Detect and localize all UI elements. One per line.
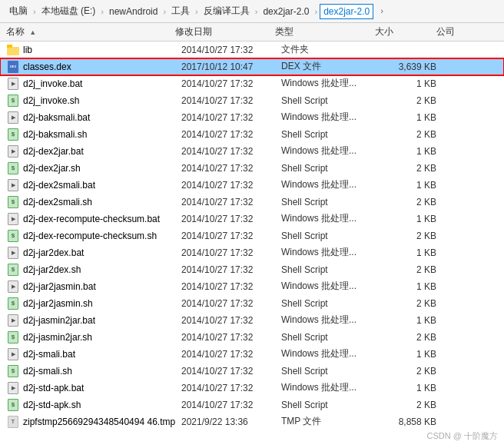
- file-name: d2j-dex2smali.bat: [23, 180, 181, 191]
- file-date: 2014/10/27 17:32: [181, 78, 281, 89]
- file-size: 1 KB: [381, 146, 443, 157]
- file-type: Windows 批处理...: [281, 314, 381, 327]
- file-size: 3,639 KB: [381, 61, 443, 72]
- bat-file-icon: [8, 145, 18, 158]
- table-row[interactable]: lib2014/10/27 17:32文件夹: [0, 41, 504, 58]
- table-row[interactable]: d2j-dex-recompute-checksum.bat2014/10/27…: [0, 211, 504, 227]
- table-row[interactable]: d2j-jar2jasmin.bat2014/10/27 17:32Window…: [0, 278, 504, 295]
- sep-4: ›: [254, 7, 259, 16]
- file-type: DEX 文件: [281, 60, 381, 73]
- col-header-size[interactable]: 大小: [375, 25, 436, 38]
- table-row[interactable]: d2j-dex2jar.bat2014/10/27 17:32Windows 批…: [0, 143, 504, 160]
- col-header-date[interactable]: 修改日期: [175, 25, 275, 38]
- file-name: d2j-jar2dex.sh: [23, 264, 181, 275]
- breadcrumb-dropdown-arrow[interactable]: ›: [376, 6, 387, 17]
- table-row[interactable]: d2j-jar2dex.sh2014/10/27 17:32Shell Scri…: [0, 261, 504, 278]
- bat-file-icon: [8, 280, 18, 293]
- file-date: 2014/10/27 17:32: [181, 366, 281, 377]
- file-type: Windows 批处理...: [281, 212, 381, 225]
- breadcrumb-newandroid[interactable]: newAndroid: [106, 5, 161, 18]
- file-size: 2 KB: [381, 366, 443, 377]
- file-name: d2j-std-apk.bat: [23, 383, 181, 393]
- sh-file-icon: [8, 297, 18, 310]
- breadcrumb-decompile[interactable]: 反编译工具: [201, 3, 253, 19]
- col-header-company[interactable]: 公司: [436, 25, 482, 38]
- sh-file-icon: [8, 128, 18, 141]
- file-type: 文件夹: [281, 43, 381, 56]
- col-header-name[interactable]: 名称 ▲: [6, 25, 175, 38]
- file-date: 2014/10/27 17:32: [181, 349, 281, 360]
- file-date: 2021/9/22 13:36: [181, 416, 281, 427]
- file-size: 2 KB: [381, 332, 443, 343]
- file-date: 2014/10/27 17:32: [181, 247, 281, 258]
- file-type: Shell Script: [281, 366, 381, 377]
- table-row[interactable]: classes.dex2017/10/12 10:47DEX 文件3,639 K…: [0, 58, 504, 75]
- file-name: d2j_invoke.sh: [23, 95, 181, 106]
- table-row[interactable]: d2j-jasmin2jar.sh2014/10/27 17:32Shell S…: [0, 329, 504, 346]
- sep-0: ›: [32, 7, 37, 16]
- bat-file-icon: [8, 348, 18, 360]
- file-name: d2j-dex2jar.sh: [23, 163, 181, 174]
- bat-file-icon: [8, 111, 18, 124]
- table-row[interactable]: d2j-smali.sh2014/10/27 17:32Shell Script…: [0, 363, 504, 380]
- file-name: d2j-dex-recompute-checksum.sh: [23, 231, 181, 241]
- sh-file-icon: [8, 95, 18, 107]
- table-row[interactable]: d2j_invoke.bat2014/10/27 17:32Windows 批处…: [0, 75, 504, 92]
- address-bar: 电脑 › 本地磁盘 (E:) › newAndroid › 工具 › 反编译工具…: [0, 0, 504, 23]
- sh-file-icon: [8, 264, 18, 276]
- file-size: 2 KB: [381, 264, 443, 275]
- file-name: d2j-jar2jasmin.sh: [23, 298, 181, 309]
- file-date: 2014/10/27 17:32: [181, 298, 281, 309]
- table-row[interactable]: d2j-std-apk.sh2014/10/27 17:32Shell Scri…: [0, 397, 504, 413]
- file-type: Shell Script: [281, 197, 381, 207]
- table-row[interactable]: d2j-std-apk.bat2014/10/27 17:32Windows 批…: [0, 380, 504, 397]
- table-row[interactable]: d2j-baksmali.bat2014/10/27 17:32Windows …: [0, 109, 504, 126]
- sh-file-icon: [8, 399, 18, 411]
- file-name: d2j-dex2smali.sh: [23, 197, 181, 207]
- file-type: Windows 批处理...: [281, 111, 381, 124]
- breadcrumb-dex2jar-current[interactable]: dex2jar-2.0: [320, 4, 373, 19]
- table-row[interactable]: d2j-dex-recompute-checksum.sh2014/10/27 …: [0, 227, 504, 244]
- col-header-type[interactable]: 类型: [275, 25, 375, 38]
- file-date: 2014/10/27 17:32: [181, 146, 281, 157]
- file-date: 2014/10/27 17:32: [181, 129, 281, 140]
- file-size: 2 KB: [381, 197, 443, 207]
- file-date: 2014/10/27 17:32: [181, 383, 281, 393]
- file-type: Shell Script: [281, 400, 381, 410]
- file-name: d2j-dex2jar.bat: [23, 146, 181, 157]
- sh-file-icon: [8, 162, 18, 174]
- file-size: 1 KB: [381, 383, 443, 393]
- table-row[interactable]: d2j-smali.bat2014/10/27 17:32Windows 批处理…: [0, 346, 504, 363]
- file-date: 2014/10/27 17:32: [181, 400, 281, 410]
- breadcrumb-drive[interactable]: 本地磁盘 (E:): [38, 3, 99, 19]
- file-name: d2j-jasmin2jar.bat: [23, 315, 181, 326]
- file-type: Shell Script: [281, 231, 381, 241]
- table-row[interactable]: d2j-jar2jasmin.sh2014/10/27 17:32Shell S…: [0, 295, 504, 312]
- table-row[interactable]: d2j-baksmali.sh2014/10/27 17:32Shell Scr…: [0, 126, 504, 143]
- file-type: Shell Script: [281, 264, 381, 275]
- file-type: Windows 批处理...: [281, 178, 381, 191]
- file-name: zipfstmp25669294348540494 46.tmp: [23, 416, 181, 427]
- sh-file-icon: [8, 196, 18, 208]
- file-date: 2014/10/27 17:32: [181, 264, 281, 275]
- file-type: Shell Script: [281, 298, 381, 309]
- table-row[interactable]: d2j_invoke.sh2014/10/27 17:32Shell Scrip…: [0, 92, 504, 109]
- file-name: d2j-jasmin2jar.sh: [23, 332, 181, 343]
- file-date: 2014/10/27 17:32: [181, 95, 281, 106]
- breadcrumb-pc[interactable]: 电脑: [6, 3, 31, 19]
- table-row[interactable]: d2j-dex2smali.bat2014/10/27 17:32Windows…: [0, 177, 504, 194]
- file-size: 1 KB: [381, 281, 443, 292]
- table-row[interactable]: d2j-dex2jar.sh2014/10/27 17:32Shell Scri…: [0, 160, 504, 177]
- file-date: 2014/10/27 17:32: [181, 332, 281, 343]
- breadcrumb-tools[interactable]: 工具: [168, 3, 193, 19]
- table-row[interactable]: d2j-jasmin2jar.bat2014/10/27 17:32Window…: [0, 312, 504, 329]
- table-row[interactable]: zipfstmp25669294348540494 46.tmp2021/9/2…: [0, 413, 504, 430]
- table-row[interactable]: d2j-jar2dex.bat2014/10/27 17:32Windows 批…: [0, 244, 504, 261]
- breadcrumb-dex2jar-parent[interactable]: dex2jar-2.0: [260, 5, 312, 18]
- bat-file-icon: [8, 179, 18, 191]
- table-row[interactable]: d2j-dex2smali.sh2014/10/27 17:32Shell Sc…: [0, 194, 504, 211]
- file-name: d2j_invoke.bat: [23, 78, 181, 89]
- file-size: 2 KB: [381, 298, 443, 309]
- file-name: d2j-smali.bat: [23, 349, 181, 360]
- folder-icon: [7, 45, 19, 55]
